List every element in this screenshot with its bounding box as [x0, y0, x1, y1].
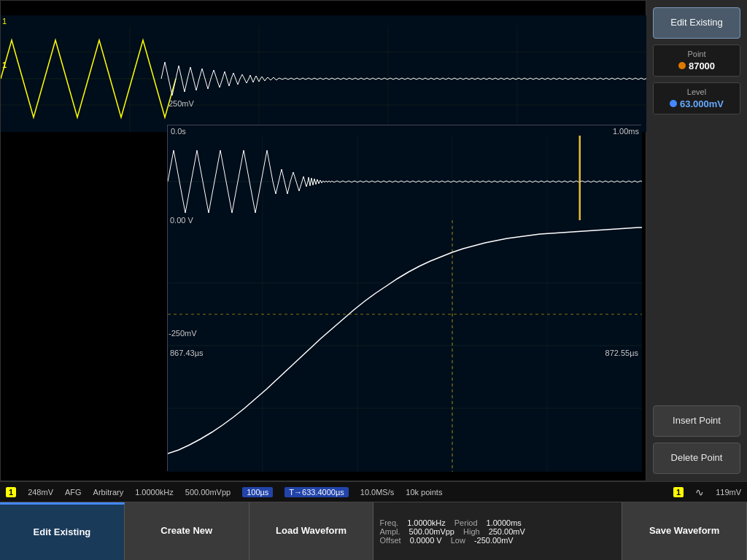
voltage-label-minus-250mv: -250mV [169, 329, 197, 338]
zoom-detail-time-end: 872.55µs [605, 349, 638, 357]
status-cursor-time: T→633.4000µs [285, 487, 348, 497]
zoom-time-range: 0.0s 1.00ms [171, 127, 639, 136]
ampl-label: Ampl. [379, 527, 400, 536]
freq-label: Freq. [379, 518, 398, 527]
point-param: Point 87000 [653, 44, 740, 77]
bottom-toolbar: Edit Existing Create New Load Waveform F… [0, 502, 747, 560]
period-val: 1.0000ms [487, 518, 522, 527]
point-dot-a [678, 62, 686, 69]
top-waveform-area: 1 [1, 15, 647, 132]
level-param: Level 63.000mV [653, 82, 740, 114]
status-waveform-type: Arbitrary [93, 488, 124, 497]
right-panel: Edit Existing Point 87000 Level 63.000mV… [646, 0, 747, 481]
level-dot-b [670, 100, 677, 107]
status-time-div: 100µs [242, 487, 273, 497]
delete-point-button[interactable]: Delete Point [653, 443, 740, 474]
toolbar-info-panel: Freq. 1.0000kHz Period 1.0000ms Ampl. 50… [374, 502, 622, 560]
high-val: 250.00mV [489, 527, 525, 536]
top-waveform-svg [1, 26, 647, 132]
level-value: 63.000mV [680, 98, 724, 109]
edit-existing-button[interactable]: Edit Existing [653, 7, 740, 39]
zoom-detail-area: www.tehencom.com [168, 220, 642, 472]
ampl-val: 500.00mVpp [409, 527, 454, 536]
status-amplitude: 500.00mVpp [185, 488, 231, 497]
zoom-detail-time-start: 867.43µs [170, 349, 203, 357]
zoom-window: 0.0s 1.00ms 87000 / 100000 : 86 [167, 125, 641, 471]
status-bar: 1 248mV AFG Arbitrary 1.0000kHz 500.00mV… [0, 481, 747, 502]
zoom-time-start: 0.0s [171, 127, 186, 136]
point-value: 87000 [689, 61, 715, 71]
zoom-detail-svg [168, 220, 642, 472]
toolbar-info-row-2: Ampl. 500.00mVpp High 250.00mV [379, 527, 616, 536]
low-val: -250.00mV [474, 536, 514, 545]
low-label: Low [451, 536, 465, 545]
main-screen: 1 1 0.0s 1.00ms [0, 0, 646, 481]
status-frequency: 1.0000kHz [135, 488, 174, 497]
zoom-time-end: 1.00ms [613, 127, 639, 136]
create-new-toolbar-button[interactable]: Create New [125, 502, 249, 560]
zoom-overview-strip: 0.0s 1.00ms [168, 125, 642, 220]
voltage-label-0v: 0.00 V [170, 216, 193, 225]
freq-val: 1.0000kHz [407, 518, 446, 527]
level-label: Level [659, 88, 734, 96]
point-label: Point [659, 50, 734, 58]
offset-val: 0.0000 V [410, 536, 442, 545]
zoom-overview-svg [168, 136, 642, 228]
toolbar-info-row-3: Offset 0.0000 V Low -250.00mV [379, 536, 616, 545]
cursor-left-indicator: 1 [2, 17, 7, 26]
high-label: High [463, 527, 480, 536]
load-waveform-toolbar-button[interactable]: Load Waveform [249, 502, 374, 560]
status-points: 10k points [406, 488, 442, 497]
ch1-badge-left: 1 [6, 487, 16, 497]
status-volt-right: 119mV [716, 488, 741, 497]
point-value-row: 87000 [659, 61, 734, 71]
zoom-detail-time-range: 867.43µs 872.55µs [167, 347, 641, 359]
status-voltage: 248mV [28, 488, 53, 497]
ch1-badge-right: 1 [673, 487, 684, 497]
status-afg-label: AFG [65, 488, 82, 497]
offset-label: Offset [379, 536, 400, 545]
save-waveform-button[interactable]: Save Waveform [622, 502, 747, 560]
toolbar-info-row-1: Freq. 1.0000kHz Period 1.0000ms [379, 518, 616, 527]
voltage-label-250mv-top: 250mV [169, 99, 194, 108]
edit-existing-toolbar-button[interactable]: Edit Existing [0, 502, 125, 560]
status-sample-rate: 10.0MS/s [360, 488, 394, 497]
level-value-row: 63.000mV [659, 98, 734, 109]
period-label: Period [454, 518, 478, 527]
sine-wave-icon: ∿ [695, 486, 704, 498]
svg-rect-15 [168, 220, 642, 472]
insert-point-button[interactable]: Insert Point [653, 405, 740, 437]
